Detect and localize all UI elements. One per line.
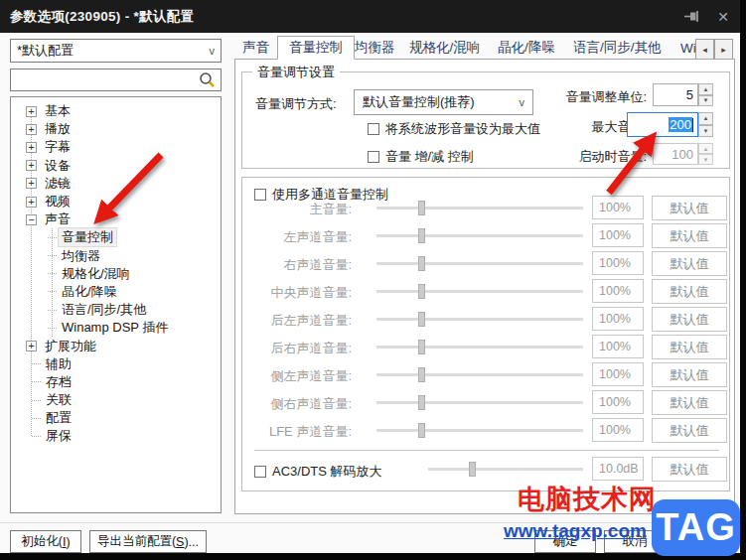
- channel-volume-slider: [376, 312, 583, 327]
- slider-thumb: [418, 312, 425, 327]
- spin-up-icon[interactable]: ▲: [698, 83, 713, 95]
- tree-item-label[interactable]: 声音: [42, 210, 74, 228]
- tree-item[interactable]: +滤镜: [11, 175, 221, 193]
- expand-plus-icon[interactable]: +: [26, 142, 37, 153]
- max-volume-value[interactable]: 200: [627, 112, 698, 137]
- tree-item-label[interactable]: 均衡器: [59, 247, 103, 265]
- tree-item-label[interactable]: 滤镜: [42, 175, 74, 193]
- tree-item-label[interactable]: 辅助: [43, 355, 75, 373]
- tree-item-label[interactable]: 设备: [42, 157, 74, 175]
- tree-item[interactable]: 辅助: [11, 355, 221, 373]
- tree-item-label[interactable]: 规格化/混响: [59, 265, 133, 283]
- tree-item-label[interactable]: 视频: [42, 193, 74, 210]
- slider-track: [376, 207, 583, 210]
- checkbox-icon[interactable]: [368, 151, 379, 163]
- tree-item[interactable]: 语言/同步/其他: [11, 301, 221, 319]
- channel-default-button[interactable]: 默认值: [652, 335, 727, 359]
- channel-default-button[interactable]: 默认值: [652, 362, 727, 387]
- volume-settings-group: 音量调节设置 音量调节方式: 默认音量控制(推荐) v 将系统波形音量设为最大值…: [241, 71, 730, 169]
- channel-label: 后左声道音量:: [242, 312, 352, 330]
- spin-down-icon[interactable]: ▼: [698, 95, 713, 107]
- expand-plus-icon[interactable]: +: [26, 197, 37, 208]
- tree-item[interactable]: 存档: [11, 373, 221, 391]
- logo-text: TAG: [656, 506, 735, 549]
- tree-item[interactable]: 规格化/混响: [11, 265, 221, 283]
- tree-item-label[interactable]: 扩展功能: [42, 338, 99, 355]
- tab-winamp-truncated[interactable]: Wi: [680, 37, 695, 59]
- tab-scroll-right-icon[interactable]: ▸: [714, 39, 733, 60]
- ac3-default-button[interactable]: 默认值: [652, 457, 727, 482]
- tree-item[interactable]: 均衡器: [11, 247, 221, 265]
- tree-item[interactable]: 关联: [11, 391, 221, 409]
- tree-item-label[interactable]: 屏保: [43, 427, 75, 445]
- collapse-minus-icon[interactable]: −: [26, 214, 37, 225]
- tab-normalizer-reverb[interactable]: 规格化/混响: [409, 37, 480, 59]
- spin-up-icon[interactable]: ▲: [698, 112, 713, 125]
- tree-item-label[interactable]: 语言/同步/其他: [59, 301, 149, 319]
- channel-default-button[interactable]: 默认值: [652, 279, 727, 304]
- profile-select[interactable]: *默认配置 v: [10, 39, 222, 63]
- checkbox-icon[interactable]: [368, 123, 379, 135]
- tree-item-label[interactable]: 播放: [42, 120, 74, 138]
- tree-item-label[interactable]: 关联: [43, 391, 75, 409]
- tab-sound[interactable]: 声音: [242, 37, 269, 59]
- max-volume-spinner[interactable]: 200 ▲▼: [627, 112, 713, 137]
- spin-down-icon[interactable]: ▼: [698, 125, 713, 138]
- channel-volume-value: 100%: [592, 418, 644, 442]
- tab-scroll-left-icon[interactable]: ◂: [695, 39, 714, 60]
- volume-method-select[interactable]: 默认音量控制(推荐) v: [354, 89, 533, 115]
- pin-icon[interactable]: [682, 8, 700, 26]
- tree-item[interactable]: 屏保: [11, 427, 221, 445]
- tree-item[interactable]: 晶化/降噪: [11, 283, 221, 301]
- group-title: 音量调节设置: [252, 64, 340, 81]
- tree-item[interactable]: +视频: [11, 193, 221, 210]
- tree-item[interactable]: +基本: [11, 102, 221, 120]
- close-icon[interactable]: ✕: [714, 8, 732, 26]
- channel-volume-slider: [376, 228, 583, 243]
- channel-default-button[interactable]: 默认值: [652, 223, 727, 248]
- tree-item[interactable]: Winamp DSP 插件: [11, 319, 221, 337]
- channel-default-button[interactable]: 默认值: [652, 251, 727, 276]
- tree-item-label[interactable]: 存档: [43, 373, 75, 391]
- tree-item[interactable]: 音量控制: [11, 228, 221, 246]
- tree-item[interactable]: +播放: [11, 120, 221, 138]
- tree-item[interactable]: +字幕: [11, 138, 221, 156]
- wave-volume-checkbox-row[interactable]: 将系统波形音量设为最大值: [368, 120, 540, 138]
- tree-item[interactable]: 配置: [11, 409, 221, 427]
- label-part: )...: [184, 535, 199, 549]
- expand-plus-icon[interactable]: +: [26, 106, 37, 117]
- volume-unit-value[interactable]: 5: [653, 83, 698, 106]
- preferences-window: 参数选项(230905) - *默认配置 ✕ *默认配置 v +基本+播放+字幕…: [0, 0, 746, 560]
- tree-item-label[interactable]: 配置: [43, 409, 75, 427]
- initialize-button[interactable]: 初始化(I): [10, 530, 81, 553]
- export-config-button[interactable]: 导出当前配置(S)...: [89, 530, 207, 553]
- checkbox-icon[interactable]: [254, 466, 266, 478]
- ac3-checkbox-row[interactable]: AC3/DTS 解码放大: [254, 463, 382, 481]
- tree-item-label[interactable]: Winamp DSP 插件: [59, 319, 171, 337]
- tab-volume-control[interactable]: 音量控制: [277, 36, 355, 60]
- tab-equalizer[interactable]: 均衡器: [355, 37, 395, 59]
- tree-item-label[interactable]: 音量控制: [59, 228, 116, 246]
- tab-language-sync-other[interactable]: 语言/同步/其他: [573, 37, 662, 59]
- expand-plus-icon[interactable]: +: [26, 160, 37, 171]
- tab-crystal-denoise[interactable]: 晶化/降噪: [498, 37, 555, 59]
- tree-item-label[interactable]: 晶化/降噪: [59, 283, 120, 301]
- tree-item[interactable]: +设备: [11, 157, 221, 175]
- tree-item-label[interactable]: 字幕: [42, 138, 74, 156]
- tree-item[interactable]: +扩展功能: [11, 337, 221, 354]
- expand-plus-icon[interactable]: +: [26, 178, 37, 189]
- channel-default-button[interactable]: 默认值: [652, 196, 727, 220]
- expand-plus-icon[interactable]: +: [26, 341, 37, 351]
- expand-plus-icon[interactable]: +: [26, 124, 37, 135]
- channel-default-button[interactable]: 默认值: [652, 307, 727, 332]
- volume-incdec-checkbox-label: 音量 增/减 控制: [385, 148, 474, 166]
- search-input[interactable]: [10, 69, 222, 91]
- volume-incdec-checkbox-row[interactable]: 音量 增/减 控制: [368, 148, 474, 166]
- wave-volume-checkbox-label: 将系统波形音量设为最大值: [385, 120, 540, 138]
- volume-unit-spinner[interactable]: 5 ▲▼: [653, 83, 713, 106]
- channel-default-button[interactable]: 默认值: [652, 418, 727, 443]
- tree-item[interactable]: −声音: [11, 210, 221, 228]
- tree-item-label[interactable]: 基本: [42, 102, 74, 120]
- channel-default-button[interactable]: 默认值: [652, 390, 727, 415]
- tree-connector: [32, 436, 41, 437]
